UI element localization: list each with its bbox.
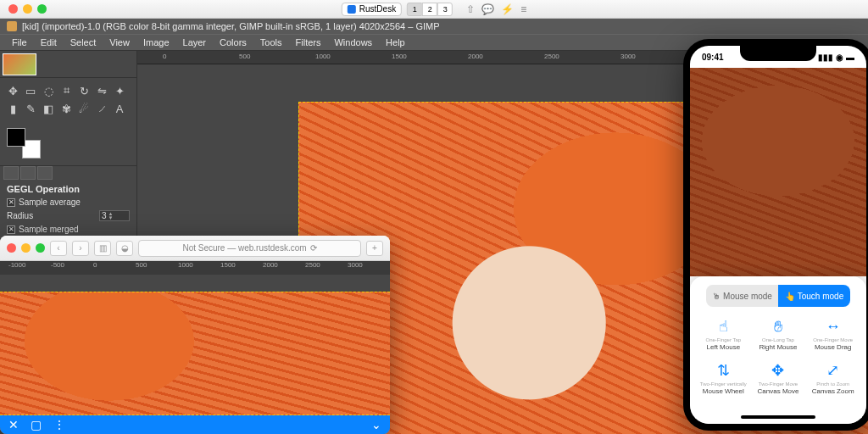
browser-viewport[interactable]: -1000 -500 0 500 1000 1500 2000 2500 300… bbox=[0, 261, 390, 434]
pin-icon[interactable]: ⇧ bbox=[466, 3, 475, 15]
forward-button[interactable]: › bbox=[72, 241, 89, 256]
gesture-sub: Two-Finger vertically bbox=[700, 381, 747, 387]
shield-icon[interactable]: ◒ bbox=[116, 241, 133, 256]
gesture-mouse-drag[interactable]: ↔︎ One-Finger Move Mouse Drag bbox=[808, 314, 858, 354]
ruler-tick: 2000 bbox=[468, 53, 483, 60]
display-icon[interactable]: ▢ bbox=[31, 418, 42, 431]
fg-color[interactable] bbox=[7, 128, 25, 147]
radius-label: Radius bbox=[7, 211, 33, 220]
browser-toolbar: ‹ › ▥ ◒ Not Secure — web.rustdesk.com ⟳ … bbox=[0, 236, 390, 261]
dock-tab-3[interactable] bbox=[37, 166, 53, 180]
text-tool-icon[interactable]: A bbox=[112, 101, 127, 116]
menu-help[interactable]: Help bbox=[379, 36, 412, 49]
rotate-tool-icon[interactable]: ↻ bbox=[76, 83, 92, 98]
sample-merged-checkbox[interactable]: ✕ bbox=[7, 225, 15, 234]
image-thumbnail[interactable] bbox=[3, 53, 36, 75]
gesture-mouse-wheel[interactable]: ⇅ Two-Finger vertically Mouse Wheel bbox=[698, 358, 748, 398]
window-controls bbox=[0, 4, 47, 14]
menu-image[interactable]: Image bbox=[136, 36, 176, 49]
app-tab[interactable]: RustDesk bbox=[342, 3, 402, 16]
rect-select-tool-icon[interactable]: ▭ bbox=[23, 83, 38, 98]
gesture-sub: One-Long Tap bbox=[762, 337, 794, 342]
warp-tool-icon[interactable]: ✦ bbox=[112, 83, 127, 98]
seg-3[interactable]: 3 bbox=[437, 3, 453, 16]
url-text: Not Secure — web.rustdesk.com bbox=[182, 243, 306, 253]
address-bar[interactable]: Not Secure — web.rustdesk.com ⟳ bbox=[138, 240, 361, 257]
sample-merged-label: Sample merged bbox=[19, 225, 79, 234]
smudge-tool-icon[interactable]: ☄ bbox=[76, 101, 92, 116]
phone-remote-view[interactable] bbox=[690, 68, 866, 276]
sample-merged-row[interactable]: ✕ Sample merged bbox=[0, 223, 136, 236]
radius-value: 3 bbox=[102, 211, 107, 220]
ruler-tick: 2000 bbox=[263, 261, 278, 269]
new-tab-button[interactable]: + bbox=[366, 241, 383, 256]
home-indicator[interactable] bbox=[741, 415, 815, 419]
phone-status-icons: ▮▮▮ ◉ ▬ bbox=[818, 53, 854, 62]
sample-average-checkbox[interactable]: ✕ bbox=[7, 198, 15, 207]
color-swatch[interactable] bbox=[7, 128, 41, 159]
sample-average-row[interactable]: ✕ Sample average bbox=[0, 196, 136, 209]
gesture-left-mouse[interactable]: ☝︎ One-Finger Tap Left Mouse bbox=[698, 314, 748, 354]
seg-1[interactable]: 1 bbox=[407, 3, 422, 16]
radius-input[interactable]: 3 ▲▼ bbox=[99, 210, 130, 221]
mode-segment[interactable]: 🖱 Mouse mode 👆 Touch mode bbox=[706, 285, 850, 307]
menu-filters[interactable]: Filters bbox=[289, 36, 328, 49]
menu-view[interactable]: View bbox=[103, 36, 136, 49]
clone-tool-icon[interactable]: ✾ bbox=[58, 101, 74, 116]
free-select-tool-icon[interactable]: ◌ bbox=[41, 83, 56, 98]
mouse-icon: 🖱 bbox=[712, 292, 721, 301]
radius-row: Radius 3 ▲▼ bbox=[0, 209, 136, 223]
gesture-canvas-move[interactable]: ✥ Two-Finger Move Canvas Move bbox=[754, 358, 804, 398]
menu-windows[interactable]: Windows bbox=[327, 36, 379, 49]
chat-icon[interactable]: 💬 bbox=[481, 3, 494, 15]
seg-2[interactable]: 2 bbox=[422, 3, 437, 16]
close-session-icon[interactable]: ✕ bbox=[8, 418, 19, 431]
gesture-right-mouse[interactable]: ✋︎ One-Long Tap Right Mouse bbox=[754, 314, 804, 354]
maximize-window-button[interactable] bbox=[37, 4, 47, 14]
dock-tab-1[interactable] bbox=[3, 166, 19, 180]
browser-canvas-image[interactable] bbox=[0, 292, 390, 415]
back-button[interactable]: ‹ bbox=[50, 241, 67, 256]
menu-layer[interactable]: Layer bbox=[176, 36, 214, 49]
crop-tool-icon[interactable]: ⌗ bbox=[58, 83, 74, 98]
signal-icon: ▮▮▮ bbox=[818, 53, 833, 62]
paintbrush-tool-icon[interactable]: ✎ bbox=[23, 101, 38, 116]
menu-tools[interactable]: Tools bbox=[253, 36, 289, 49]
bucket-tool-icon[interactable]: ▮ bbox=[5, 101, 20, 116]
ruler-tick: 2500 bbox=[305, 261, 320, 269]
collapse-icon[interactable]: ⌄ bbox=[371, 418, 381, 431]
browser-close-button[interactable] bbox=[7, 243, 16, 253]
close-window-button[interactable] bbox=[8, 4, 18, 14]
touch-mode-button[interactable]: 👆 Touch mode bbox=[778, 285, 850, 307]
image-thumb-row bbox=[0, 51, 136, 78]
gesture-sub: One-Finger Tap bbox=[706, 337, 742, 342]
tap-icon: ☝︎ bbox=[719, 317, 728, 336]
more-icon[interactable]: ⋮ bbox=[53, 418, 65, 431]
display-segment[interactable]: 1 2 3 bbox=[407, 3, 453, 16]
sidebar-button[interactable]: ▥ bbox=[94, 241, 111, 256]
minimize-window-button[interactable] bbox=[23, 4, 32, 14]
list-icon[interactable]: ≡ bbox=[520, 3, 526, 15]
menu-select[interactable]: Select bbox=[64, 36, 103, 49]
menu-file[interactable]: File bbox=[5, 36, 34, 49]
bolt-icon[interactable]: ⚡ bbox=[501, 3, 514, 15]
reload-icon[interactable]: ⟳ bbox=[310, 243, 317, 253]
mouse-mode-button[interactable]: 🖱 Mouse mode bbox=[706, 285, 778, 307]
radius-spinner[interactable]: ▲▼ bbox=[108, 212, 114, 220]
ruler-tick: 1500 bbox=[220, 261, 236, 269]
gesture-label: Mouse Wheel bbox=[703, 387, 744, 395]
path-tool-icon[interactable]: ⟋ bbox=[94, 101, 109, 116]
phone-screen: 09:41 ▮▮▮ ◉ ▬ 🖱 Mouse mode 👆 Touch mode bbox=[690, 46, 866, 424]
pinch-icon: ⤢ bbox=[826, 361, 839, 380]
browser-maximize-button[interactable] bbox=[36, 243, 45, 253]
dock-tab-2[interactable] bbox=[20, 166, 36, 180]
macos-titlebar: RustDesk 1 2 3 ⇧ 💬 ⚡ ≡ bbox=[0, 0, 868, 19]
eraser-tool-icon[interactable]: ◧ bbox=[41, 101, 56, 116]
gesture-sub: Pinch to Zoom bbox=[816, 381, 849, 387]
gesture-canvas-zoom[interactable]: ⤢ Pinch to Zoom Canvas Zoom bbox=[808, 358, 858, 398]
browser-minimize-button[interactable] bbox=[21, 243, 31, 253]
move-tool-icon[interactable]: ✥ bbox=[5, 83, 20, 98]
menu-colors[interactable]: Colors bbox=[213, 36, 253, 49]
menu-edit[interactable]: Edit bbox=[34, 36, 64, 49]
flip-tool-icon[interactable]: ⇋ bbox=[94, 83, 109, 98]
